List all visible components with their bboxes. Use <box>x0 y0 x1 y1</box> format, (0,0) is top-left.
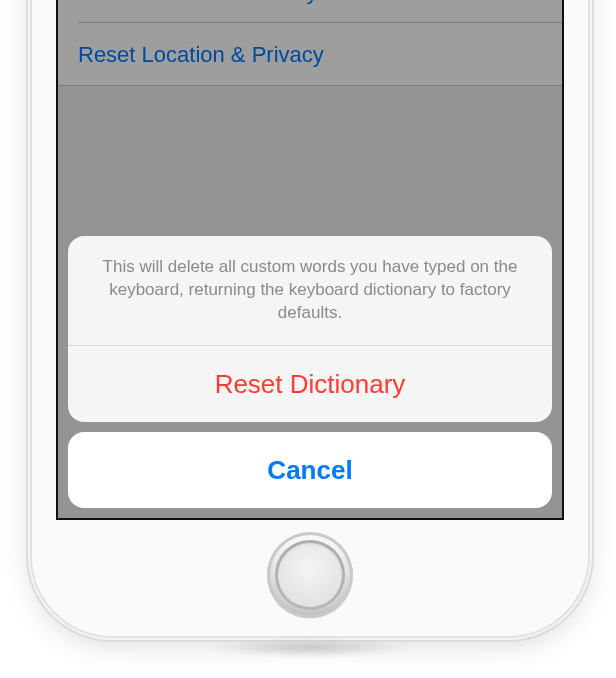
cancel-button[interactable]: Cancel <box>68 432 552 508</box>
home-button[interactable] <box>267 532 353 618</box>
reset-option-label: Reset Location & Privacy <box>78 42 324 67</box>
reset-options-list: Reset Keyboard Dictionary Reset Home Scr… <box>58 0 562 86</box>
reset-option-row[interactable]: Reset Location & Privacy <box>58 23 562 86</box>
reset-option-row[interactable]: Reset Home Screen Layout <box>58 0 562 23</box>
home-button-ring <box>275 540 345 610</box>
reset-option-label: Reset Home Screen Layout <box>78 0 348 4</box>
screen: Reset Keyboard Dictionary Reset Home Scr… <box>56 0 564 520</box>
action-sheet: This will delete all custom words you ha… <box>68 236 552 508</box>
iphone-device-frame: Reset Keyboard Dictionary Reset Home Scr… <box>32 0 588 636</box>
reset-dictionary-button[interactable]: Reset Dictionary <box>68 346 552 422</box>
action-sheet-message: This will delete all custom words you ha… <box>68 236 552 346</box>
action-sheet-group: This will delete all custom words you ha… <box>68 236 552 422</box>
